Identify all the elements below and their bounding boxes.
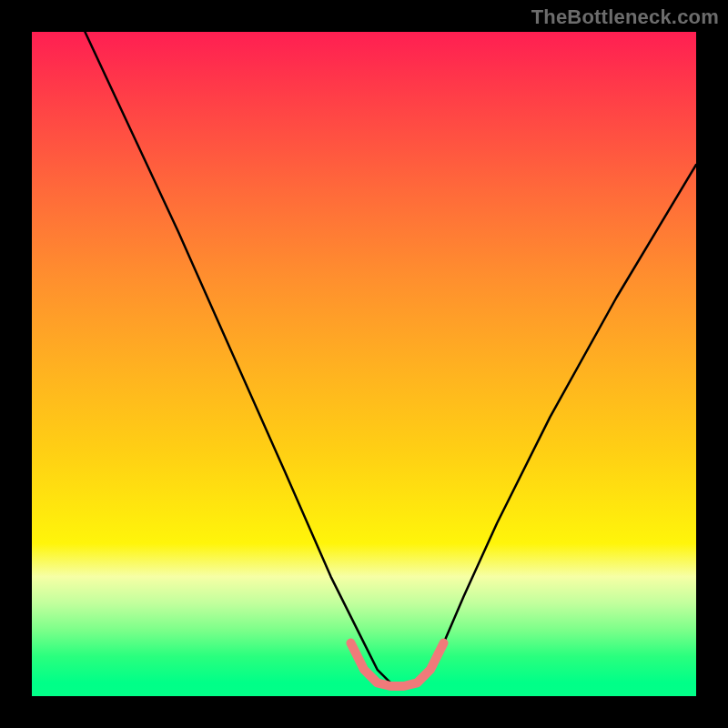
black-curve	[85, 32, 696, 686]
pink-bottom-curve	[350, 643, 443, 686]
curve-layer	[32, 32, 696, 696]
watermark-text: TheBottleneck.com	[531, 5, 719, 29]
plot-area	[32, 32, 696, 696]
chart-frame: TheBottleneck.com	[0, 0, 728, 728]
